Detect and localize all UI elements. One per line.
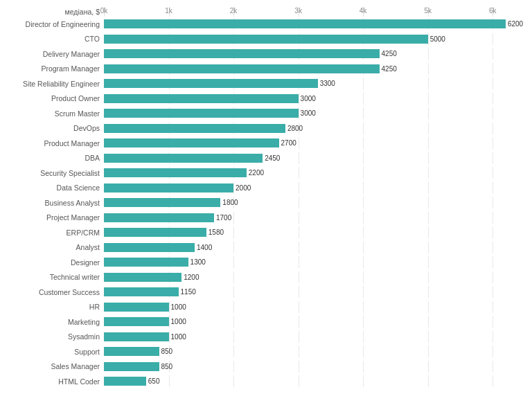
bar <box>104 228 206 237</box>
bar-wrapper: 5000 <box>104 33 525 45</box>
axis-tick-label: 0k <box>100 7 108 15</box>
bar-value: 1000 <box>171 303 186 312</box>
bar-label: Director of Engineering <box>7 20 104 28</box>
bar-value: 1200 <box>184 273 199 282</box>
bar-value: 3000 <box>301 94 316 103</box>
bar-value: 4250 <box>382 49 397 58</box>
bar-label: Designer <box>7 258 104 267</box>
bar-label: HTML Coder <box>7 377 104 386</box>
bar-row: Product Manager2700 <box>7 137 525 149</box>
bar-value: 1580 <box>209 228 224 237</box>
bar-row: HR1000 <box>7 301 525 313</box>
bar-wrapper: 650 <box>104 375 525 387</box>
bar-label: Sysadmin <box>7 332 104 341</box>
axis-tick-label: 3k <box>294 7 302 15</box>
bar-label: CTO <box>7 35 104 43</box>
bar-label: Product Manager <box>7 139 104 147</box>
bar <box>104 79 318 88</box>
bar-row: DevOps2800 <box>7 123 525 134</box>
bar <box>104 287 179 296</box>
bar-value: 2700 <box>281 138 296 147</box>
bar-wrapper: 1700 <box>104 212 525 224</box>
bar-value: 2800 <box>287 124 303 133</box>
bar-value: 1150 <box>181 287 196 296</box>
bar <box>104 94 299 103</box>
bar-value: 1700 <box>216 213 231 222</box>
axis-tick-label: 4k <box>360 7 367 15</box>
bar-wrapper: 1800 <box>104 197 525 208</box>
axis-tick-label: 6k <box>489 7 497 15</box>
bar-label: Marketing <box>7 318 104 326</box>
bar-row: Program Manager4250 <box>7 63 525 75</box>
bar-value: 850 <box>161 362 173 371</box>
bar-label: Delivery Manager <box>7 50 104 58</box>
bar-value: 6200 <box>508 19 523 28</box>
axis-header: медіана, $ 0k1k2k3k4k5k6k <box>7 7 525 17</box>
bar <box>104 303 169 312</box>
bar <box>104 183 233 192</box>
bar-label: Sales Manager <box>7 362 104 370</box>
bar-row: Support850 <box>7 346 525 357</box>
bar-wrapper: 6200 <box>104 18 525 30</box>
bar-row: Scrum Master3000 <box>7 107 525 119</box>
bar-label: DevOps <box>7 124 104 132</box>
bar <box>104 168 247 177</box>
bar-wrapper: 1400 <box>104 242 525 253</box>
bar-wrapper: 4250 <box>104 48 525 60</box>
bar-row: Marketing1000 <box>7 316 525 328</box>
bars-area: Director of Engineering6200CTO5000Delive… <box>7 18 525 387</box>
bar-wrapper: 3000 <box>104 107 525 119</box>
bar-label: Customer Success <box>7 288 104 296</box>
bar-value: 1000 <box>171 332 186 341</box>
bar-wrapper: 3300 <box>104 78 525 89</box>
bar-row: HTML Coder650 <box>7 375 525 387</box>
bar-value: 4250 <box>382 64 397 73</box>
bar-wrapper: 2800 <box>104 123 525 134</box>
bar <box>104 243 195 252</box>
bar-wrapper: 2700 <box>104 137 525 149</box>
bar-value: 650 <box>148 377 160 386</box>
bar-value: 1800 <box>222 198 238 207</box>
bar-row: Security Specialist2200 <box>7 167 525 179</box>
bar-row: Analyst1400 <box>7 242 525 253</box>
bar-wrapper: 3000 <box>104 93 525 105</box>
bar-label: Site Reliability Engineer <box>7 80 104 88</box>
bar <box>104 258 188 267</box>
bar-label: Data Science <box>7 183 104 192</box>
bar-label: Business Analyst <box>7 199 104 207</box>
bar-label: Security Specialist <box>7 169 104 177</box>
bar-row: DBA2450 <box>7 152 525 164</box>
axis-tick-label: 2k <box>230 7 238 15</box>
bar <box>104 154 263 163</box>
bar-row: Data Science2000 <box>7 182 525 194</box>
bar-wrapper: 1300 <box>104 256 525 268</box>
bar-row: Delivery Manager4250 <box>7 48 525 60</box>
bar-row: Customer Success1150 <box>7 286 525 298</box>
bar-row: Project Manager1700 <box>7 212 525 224</box>
bar-wrapper: 1000 <box>104 301 525 313</box>
axis-tick-label: 5k <box>424 7 432 15</box>
bar-wrapper: 1000 <box>104 316 525 328</box>
bar-wrapper: 1000 <box>104 331 525 343</box>
bar-value: 2200 <box>249 168 264 177</box>
bar <box>104 49 380 58</box>
bar-label: DBA <box>7 154 104 162</box>
bar-label: Project Manager <box>7 213 104 222</box>
bar-label: Technical writer <box>7 273 104 281</box>
bar-value: 850 <box>161 347 173 356</box>
bar-row: Sysadmin1000 <box>7 331 525 343</box>
bar <box>104 198 220 207</box>
bar-wrapper: 1150 <box>104 286 525 298</box>
bar-row: Designer1300 <box>7 256 525 268</box>
bar-value: 3300 <box>320 79 335 88</box>
bar-row: Product Owner3000 <box>7 93 525 105</box>
bar <box>104 19 506 28</box>
axis-ticks: 0k1k2k3k4k5k6k <box>104 7 525 17</box>
bar <box>104 35 428 44</box>
bar-row: Sales Manager850 <box>7 361 525 373</box>
bar <box>104 377 146 386</box>
bar-value: 3000 <box>301 109 316 118</box>
bar-row: ERP/CRM1580 <box>7 226 525 238</box>
bar-row: Site Reliability Engineer3300 <box>7 78 525 89</box>
bar <box>104 213 214 222</box>
